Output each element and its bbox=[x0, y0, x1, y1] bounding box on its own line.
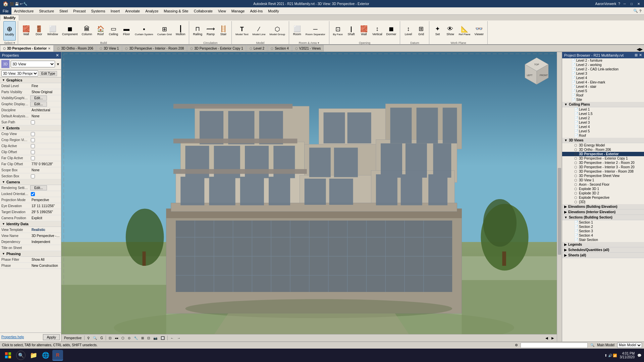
ribbon-btn-room[interactable]: ⬜ Room bbox=[291, 21, 303, 41]
pb-node-3d-perspective-exterior-copy1[interactable]: ⬡ 3D Perspective - Exterior Copy 1 bbox=[562, 156, 644, 161]
pb-node-section3[interactable]: 📄 Section 3 bbox=[562, 229, 644, 233]
menu-systems[interactable]: Systems bbox=[88, 7, 108, 14]
ribbon-btn-curtaingrid[interactable]: ⊞ Curtain Grid bbox=[156, 21, 173, 41]
prop-checkbox-clip-active[interactable] bbox=[31, 144, 35, 148]
pb-node-3d-perspective-int2[interactable]: ⬡ 3D Perspective - Interior 2 - Room 20 bbox=[562, 161, 644, 165]
vp-prev-btn[interactable]: ← bbox=[169, 336, 175, 341]
pb-node-3d-perspective-sheet[interactable]: ⬡ 3D Perspective Sheet View bbox=[562, 174, 644, 178]
vp-nav3[interactable]: ⬡ bbox=[120, 336, 126, 341]
pb-node-roof1[interactable]: 📄 Roof bbox=[562, 93, 644, 98]
pb-node-section2[interactable]: 📄 Section 2 bbox=[562, 225, 644, 229]
prop-checkbox-crop-region-visible[interactable] bbox=[31, 138, 35, 142]
properties-close-btn[interactable]: ✕ bbox=[56, 53, 59, 58]
ribbon-btn-level[interactable]: ↕ Level bbox=[402, 21, 414, 41]
pb-node-explode-3d1[interactable]: ⬡ Explode 3D 1 bbox=[562, 187, 644, 191]
pb-node-ceiling-level3[interactable]: 📄 Level 3 bbox=[562, 120, 644, 125]
search-icon[interactable]: 🔍 bbox=[633, 9, 638, 13]
menu-manage[interactable]: Manage bbox=[229, 7, 248, 14]
ribbon-btn-modelgroup[interactable]: ⬡ Model Group bbox=[268, 21, 287, 41]
menu-architecture[interactable]: Architecture bbox=[11, 7, 37, 14]
help-icon[interactable]: ? bbox=[639, 9, 641, 13]
tab-3d-perspective-exterior-copy1[interactable]: ⬡ 3D Perspective - Exterior Copy 1 bbox=[187, 45, 246, 52]
ribbon-btn-component[interactable]: ◼ Component bbox=[60, 21, 79, 41]
pb-node-explode-perspective[interactable]: ⬡ Explode Perspective bbox=[562, 195, 644, 200]
ribbon-btn-set[interactable]: ✦ Set bbox=[431, 21, 443, 41]
prop-checkbox-crop-view[interactable] bbox=[31, 132, 35, 136]
ribbon-btn-column[interactable]: 🏛 Column bbox=[80, 21, 94, 41]
minimize-btn[interactable]: ─ bbox=[622, 2, 627, 6]
tab-3d-view1[interactable]: ⬡ 3D View 1 bbox=[97, 45, 122, 52]
menu-structure[interactable]: Structure bbox=[36, 7, 57, 14]
vp-nav8[interactable]: 📷 bbox=[152, 336, 159, 341]
pb-node-section1[interactable]: 📄 Section 1 bbox=[562, 220, 644, 225]
taskbar-app-explorer[interactable]: 📁 bbox=[28, 350, 39, 361]
pb-node-site[interactable]: 📄 Site bbox=[562, 98, 644, 102]
pb-node-level4a[interactable]: 📄 Level 4 bbox=[562, 76, 644, 80]
menu-file[interactable]: File bbox=[0, 7, 11, 14]
menu-precast[interactable]: Precast bbox=[70, 7, 88, 14]
ribbon-btn-railing[interactable]: ⊓ Railing bbox=[191, 21, 204, 41]
vp-zoom-btn[interactable]: 🔍 bbox=[92, 336, 98, 341]
prop-checkbox-sun-path[interactable] bbox=[31, 120, 35, 124]
menu-analyze[interactable]: Analyze bbox=[143, 7, 161, 14]
prop-value-rendering-settings[interactable]: Edit... bbox=[30, 185, 47, 190]
pb-node-ceiling-level15[interactable]: 📄 Level 1.5 bbox=[562, 112, 644, 116]
ribbon-btn-viewer[interactable]: 👓 Viewer bbox=[473, 21, 485, 41]
ribbon-btn-wallopen[interactable]: 🧱 Wall bbox=[358, 21, 370, 41]
viewport[interactable]: TOP FRONT LEFT Perspective ⚲ 🔍 G bbox=[61, 52, 562, 342]
vp-perspective-btn[interactable]: Perspective bbox=[63, 336, 83, 341]
prop-checkbox-locked-orientation[interactable] bbox=[31, 192, 35, 196]
ribbon-btn-mullion[interactable]: ┃ Mullion bbox=[174, 21, 187, 41]
menu-addins[interactable]: Add-Ins bbox=[247, 7, 265, 14]
vp-search-btn[interactable]: ⚲ bbox=[86, 336, 91, 341]
vp-g-btn[interactable]: G bbox=[99, 336, 104, 341]
pb-section-sheets[interactable]: ▶ Sheets (all) bbox=[562, 253, 644, 258]
status-model-select[interactable]: Main Model bbox=[617, 343, 642, 348]
pb-node-section4[interactable]: 📄 Section 4 bbox=[562, 233, 644, 238]
ribbon-btn-floor[interactable]: ▬ Floor bbox=[120, 21, 132, 41]
tab-3d-perspective-interior-208[interactable]: ⬡ 3D Perspective - Interior - Room 208 bbox=[122, 45, 187, 52]
tab-v2021-views[interactable]: ⬡ V2021 - Views bbox=[292, 45, 324, 52]
tab-level2[interactable]: ⬡ Level 2 bbox=[247, 45, 267, 52]
taskbar-app-revit[interactable]: R bbox=[52, 350, 63, 361]
menu-annotate[interactable]: Annotate bbox=[122, 7, 143, 14]
pb-section-ceiling-plans[interactable]: ▼ Ceiling Plans bbox=[562, 102, 644, 107]
prop-checkbox-section-box[interactable] bbox=[31, 174, 35, 178]
pb-node-level5[interactable]: 📄 Level 5 bbox=[562, 89, 644, 93]
view-type-select[interactable]: 3D View: 3D Perspective - bbox=[1, 70, 38, 76]
close-btn[interactable]: ✕ bbox=[636, 2, 641, 6]
tab-3d-perspective-exterior[interactable]: ⬡ 3D Perspective - Exterior ✕ bbox=[0, 45, 54, 52]
pb-section-legends[interactable]: ▶ Legends bbox=[562, 242, 644, 247]
pb-section-elevations-building[interactable]: ▶ Elevations (Building Elevation) bbox=[562, 204, 644, 209]
ribbon-btn-ceiling[interactable]: ▭ Ceiling bbox=[107, 21, 120, 41]
pb-node-ceiling-level1[interactable]: 📄 Level 1 bbox=[562, 107, 644, 112]
pb-node-ceiling-level5[interactable]: 📄 Level 5 bbox=[562, 129, 644, 133]
vp-scroll-right[interactable]: ▶ bbox=[550, 336, 555, 341]
ribbon-btn-modelline[interactable]: ∕ Model Line bbox=[251, 21, 267, 41]
ribbon-btn-curtainsystem[interactable]: ▪ Curtain System bbox=[133, 21, 155, 41]
menu-view[interactable]: View bbox=[215, 7, 229, 14]
vp-scroll-left[interactable]: ◀ bbox=[544, 336, 549, 341]
pb-node-3d-default[interactable]: ⬡ {3D} bbox=[562, 200, 644, 204]
ribbon-btn-shaft[interactable]: | Shaft bbox=[345, 21, 357, 41]
pb-node-ceiling-level4[interactable]: 📄 Level 4 bbox=[562, 125, 644, 129]
pb-section-schedules[interactable]: ▶ Schedules/Quantities (all) bbox=[562, 247, 644, 253]
pb-node-explode-3d2[interactable]: ⬡ Explode 3D 2 bbox=[562, 191, 644, 195]
vp-nav9[interactable]: 🔲 bbox=[159, 336, 166, 341]
ribbon-btn-wall[interactable]: 🧱 Wall bbox=[20, 21, 32, 41]
tab-close-3d-perspective-exterior[interactable]: ✕ bbox=[48, 47, 51, 50]
status-icon1[interactable]: ⚙ bbox=[515, 343, 518, 347]
pb-section-sections-building[interactable]: ▼ Sections (Building Section) bbox=[562, 215, 644, 220]
pb-node-3d-energy[interactable]: ⬡ 3D Energy Model bbox=[562, 143, 644, 147]
taskbar-app-chrome[interactable]: 🌐 bbox=[40, 350, 51, 361]
ribbon-btn-grid[interactable]: ⊞ Grid bbox=[415, 21, 427, 41]
pb-section-elevations-interior[interactable]: ▶ Elevations (Interior Elevation) bbox=[562, 209, 644, 215]
taskbar-search-btn[interactable]: 🔍 bbox=[16, 351, 25, 360]
pb-expand-icon[interactable]: ⊞ bbox=[635, 53, 638, 57]
pb-node-stair-section[interactable]: 📄 Stair Section bbox=[562, 238, 644, 242]
section-header-camera[interactable]: ▼ Camera bbox=[0, 179, 61, 185]
ribbon-tab-modify[interactable]: Modify bbox=[0, 15, 19, 20]
apply-button[interactable]: Apply bbox=[43, 334, 60, 340]
pb-node-level3a[interactable]: 📄 Level 3 bbox=[562, 71, 644, 76]
prop-value-graphic-display[interactable]: Edit... bbox=[30, 102, 47, 107]
